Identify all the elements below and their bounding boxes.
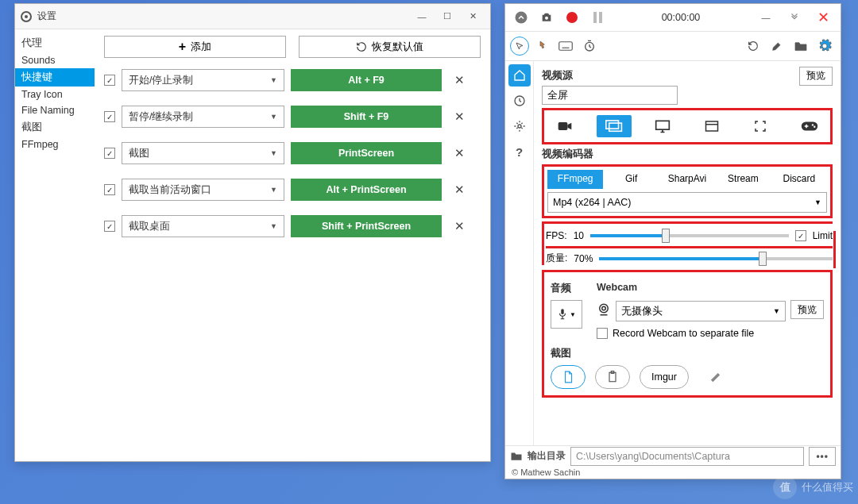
preview-button[interactable]: 预览 [799, 67, 833, 86]
gear-icon[interactable] [814, 35, 836, 57]
chevron-down-icon: ▼ [270, 76, 277, 84]
webcam-separate-checkbox[interactable] [597, 328, 608, 339]
camera-icon[interactable] [535, 6, 558, 29]
folder-icon[interactable] [510, 451, 523, 461]
video-source-input[interactable] [542, 86, 678, 105]
nav-help[interactable]: ? [508, 140, 531, 163]
sidebar-item-proxy[interactable]: 代理 [15, 34, 95, 52]
hotkey-remove-button[interactable]: ✕ [448, 73, 470, 87]
hotkey-key[interactable]: Shift + F9 [291, 106, 442, 128]
sidebar-item-hotkeys[interactable]: 快捷键 [15, 68, 95, 87]
hotkey-remove-button[interactable]: ✕ [448, 146, 470, 160]
hotkey-checkbox[interactable]: ✓ [104, 111, 115, 122]
source-window-icon[interactable] [694, 115, 729, 137]
hotkey-action-dropdown[interactable]: 截取当前活动窗口▼ [122, 179, 284, 201]
source-screens-icon[interactable] [597, 115, 632, 137]
sidebar-item-filenaming[interactable]: File Naming [15, 102, 95, 118]
plus-icon: + [179, 40, 186, 54]
nav-home[interactable] [508, 64, 531, 87]
svg-rect-4 [559, 42, 573, 51]
hotkey-key[interactable]: Shift + PrintScreen [291, 215, 442, 237]
sidebar-item-sounds[interactable]: Sounds [15, 52, 95, 68]
source-region-icon[interactable] [743, 115, 778, 137]
source-monitor-icon[interactable] [645, 115, 680, 137]
source-camera-icon[interactable] [547, 115, 582, 137]
brush-icon[interactable] [766, 35, 788, 57]
audio-webcam-box: 音频 ▼ Webcam 无摄像头▼ 预览 [542, 270, 833, 398]
webcam-dropdown[interactable]: 无摄像头▼ [616, 301, 786, 321]
source-game-icon[interactable] [792, 115, 827, 137]
encoder-tab-discard[interactable]: Discard [771, 170, 827, 189]
settings-content: + 添加 恢复默认值 ✓ 开始/停止录制▼ Alt + F9 ✕ ✓ 暂停/继续… [95, 29, 490, 461]
hotkey-checkbox[interactable]: ✓ [104, 75, 115, 86]
encoder-tab-ffmpeg[interactable]: FFmpeg [547, 170, 603, 189]
audio-button[interactable]: ▼ [551, 300, 582, 329]
close-button[interactable]: ✕ [810, 8, 836, 27]
watermark-icon: 值 [773, 475, 797, 499]
hotkey-checkbox[interactable]: ✓ [104, 184, 115, 195]
sidebar-item-ffmpeg[interactable]: FFmpeg [15, 137, 95, 152]
close-button[interactable]: ✕ [460, 7, 485, 26]
fps-slider[interactable] [590, 234, 789, 237]
app-icon [20, 10, 33, 23]
keyboard-icon[interactable] [555, 35, 577, 57]
chevron-down-button[interactable] [782, 8, 807, 27]
hotkey-remove-button[interactable]: ✕ [448, 219, 470, 233]
pause-button[interactable] [586, 6, 609, 29]
minimize-button[interactable]: — [753, 8, 779, 27]
hotkey-action-dropdown[interactable]: 开始/停止录制▼ [122, 69, 284, 91]
main-topbar: 00:00:00 — ✕ [505, 4, 841, 31]
nav-settings[interactable] [508, 115, 531, 137]
hotkey-key[interactable]: Alt + PrintScreen [291, 179, 442, 201]
record-button[interactable] [561, 6, 583, 29]
nav-history[interactable] [508, 90, 531, 112]
hotkey-action-dropdown[interactable]: 截图▼ [122, 142, 284, 164]
svg-point-10 [518, 125, 521, 128]
webcam-separate-label: Record Webcam to separate file [613, 328, 754, 339]
webcam-preview-button[interactable]: 预览 [790, 300, 824, 319]
watermark-text: 什么值得买 [802, 480, 853, 494]
hotkey-remove-button[interactable]: ✕ [448, 110, 470, 124]
chevron-down-icon: ▼ [270, 186, 277, 194]
settings-title: 设置 [37, 10, 409, 23]
output-path-input[interactable] [570, 447, 804, 466]
svg-point-1 [25, 15, 28, 18]
cursor-icon[interactable] [510, 37, 529, 56]
timer-icon[interactable] [578, 35, 601, 57]
footer: 输出目录 ••• [505, 445, 841, 466]
footer-more-button[interactable]: ••• [809, 447, 836, 466]
hotkey-action-dropdown[interactable]: 截取桌面▼ [122, 215, 284, 237]
encoder-tab-gif[interactable]: Gif [603, 170, 659, 189]
screenshot-imgur-button[interactable]: Imgur [640, 365, 689, 389]
encoder-box: FFmpeg Gif SharpAvi Stream Discard Mp4 (… [542, 164, 833, 218]
hotkey-remove-button[interactable]: ✕ [448, 183, 470, 197]
add-button[interactable]: + 添加 [104, 36, 286, 58]
encoder-preset-dropdown[interactable]: Mp4 (x264 | AAC)▼ [547, 192, 827, 213]
hotkey-key[interactable]: Alt + F9 [291, 69, 442, 91]
limit-checkbox[interactable]: ✓ [795, 230, 806, 241]
svg-rect-12 [609, 123, 621, 131]
sidebar-item-tray[interactable]: Tray Icon [15, 87, 95, 102]
file-icon [562, 371, 574, 383]
screenshot-edit-button[interactable] [698, 365, 732, 389]
maximize-button[interactable]: ☐ [435, 7, 460, 26]
mic-icon [557, 308, 568, 321]
refresh-icon[interactable] [742, 35, 764, 57]
click-icon[interactable] [531, 35, 553, 57]
source-buttons [542, 108, 833, 144]
quality-slider[interactable] [599, 257, 833, 260]
reset-button[interactable]: 恢复默认值 [299, 36, 481, 58]
settings-titlebar[interactable]: 设置 — ☐ ✕ [15, 4, 490, 29]
screenshot-clipboard-button[interactable] [595, 365, 630, 389]
sidebar-item-screenshot[interactable]: 截图 [15, 118, 95, 137]
hotkey-key[interactable]: PrintScreen [291, 142, 442, 164]
collapse-button[interactable] [510, 6, 532, 29]
encoder-tab-stream[interactable]: Stream [715, 170, 771, 189]
folder-icon[interactable] [790, 35, 812, 57]
screenshot-file-button[interactable] [551, 365, 586, 389]
hotkey-checkbox[interactable]: ✓ [104, 221, 115, 232]
hotkey-action-dropdown[interactable]: 暂停/继续录制▼ [122, 106, 284, 128]
minimize-button[interactable]: — [409, 7, 435, 26]
hotkey-checkbox[interactable]: ✓ [104, 148, 115, 159]
encoder-tab-sharpavi[interactable]: SharpAvi [659, 170, 715, 189]
